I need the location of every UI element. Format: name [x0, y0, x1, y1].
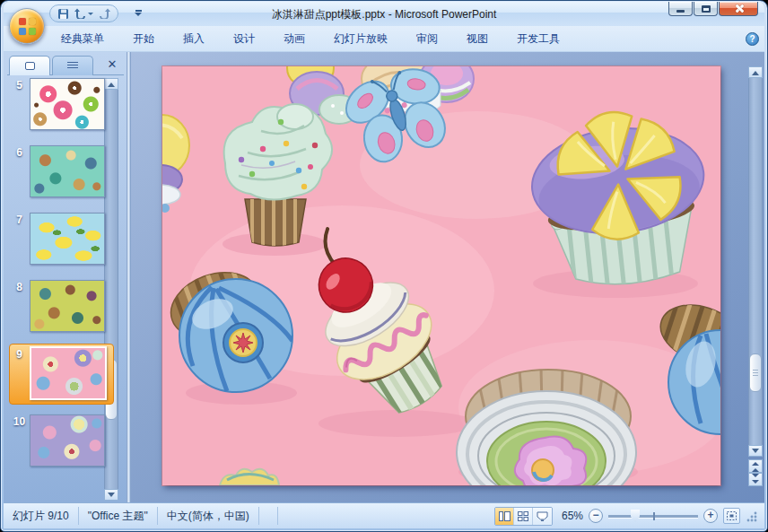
fit-to-window-icon	[726, 510, 737, 521]
minimize-icon	[676, 10, 685, 13]
zoom-in-button[interactable]: +	[703, 509, 718, 523]
slide-thumbnail-9-selected[interactable]: 9	[9, 347, 109, 401]
theme-indicator[interactable]: "Office 主题"	[79, 507, 158, 525]
slideshow-icon	[537, 511, 548, 521]
tab-slide-show[interactable]: 幻灯片放映	[332, 30, 389, 48]
slide-thumbnail-6[interactable]: 6	[9, 145, 109, 199]
save-button[interactable]	[57, 6, 69, 21]
normal-view-button[interactable]	[495, 508, 514, 525]
next-slide-button[interactable]	[748, 473, 763, 486]
slide-canvas[interactable]	[162, 66, 720, 485]
zoom-slider-thumb[interactable]	[631, 510, 640, 522]
slide-5-preview	[30, 78, 105, 130]
slide-8-preview	[30, 280, 105, 332]
office-logo-icon	[19, 18, 36, 35]
slide-number-indicator[interactable]: 幻灯片 9/10	[4, 507, 79, 525]
zoom-out-button[interactable]: −	[589, 509, 603, 523]
thumbnail-list: 5 6 7 8 9	[9, 78, 109, 468]
chevron-down-icon	[135, 13, 142, 20]
slide-thumbnail-7[interactable]: 7	[9, 213, 109, 266]
slide-sorter-icon	[518, 511, 528, 521]
tab-slides-thumbnails[interactable]	[9, 56, 50, 75]
panel-tabs: ✕	[7, 53, 124, 75]
tab-home[interactable]: 开始	[131, 30, 156, 48]
redo-button[interactable]	[99, 6, 110, 21]
resize-grip-icon	[746, 510, 758, 523]
fit-to-window-button[interactable]	[723, 508, 740, 524]
slide-thumbnail-10[interactable]: 10	[9, 414, 109, 468]
arrow-down-icon	[108, 493, 115, 501]
slide-sorter-button[interactable]	[514, 508, 533, 525]
slide-thumbnail-8[interactable]: 8	[9, 280, 109, 334]
tab-classic-menu[interactable]: 经典菜单	[59, 30, 106, 48]
tab-design[interactable]: 设计	[231, 30, 257, 48]
view-shortcut-buttons	[494, 507, 553, 526]
slides-outline-panel: ✕ 5 6 7 8 9	[4, 52, 127, 502]
arrow-up-icon	[108, 79, 115, 87]
tab-insert[interactable]: 插入	[181, 30, 206, 48]
help-button[interactable]: ?	[746, 32, 759, 46]
redo-icon	[99, 8, 110, 19]
slide-thumbnail-5[interactable]: 5	[9, 78, 109, 132]
slide-number: 5	[9, 78, 30, 132]
powerpoint-window: 冰淇淋甜点ppt模板.pptx - Microsoft PowerPoint	[0, 0, 768, 532]
overline-mark	[135, 10, 142, 12]
arrow-down-icon	[752, 449, 759, 457]
main-scrollbar[interactable]	[748, 66, 763, 486]
arrow-up-icon	[752, 67, 759, 75]
tab-review[interactable]: 审阅	[415, 30, 440, 48]
scrollbar-thumb[interactable]	[749, 353, 762, 392]
ribbon-tab-bar: 经典菜单 开始 插入 设计 动画 幻灯片放映 审阅 视图 开发工具 ?	[4, 26, 764, 52]
slide-number: 10	[9, 414, 30, 468]
restore-button[interactable]	[694, 2, 718, 16]
scroll-up-button[interactable]	[104, 78, 118, 90]
status-right-cluster: 65% − +	[494, 507, 764, 526]
slide-9-preview	[30, 346, 107, 400]
language-indicator[interactable]: 中文(简体，中国)	[158, 507, 259, 525]
window-controls	[668, 2, 758, 16]
scroll-down-button[interactable]	[104, 489, 118, 501]
thumbnails-scrollbar[interactable]	[104, 78, 118, 501]
undo-icon	[74, 8, 86, 19]
scrollbar-track[interactable]	[104, 90, 118, 489]
floppy-disk-icon	[57, 8, 69, 20]
slide-6-preview	[30, 145, 105, 197]
slide-illustration	[162, 66, 720, 485]
star-icon	[233, 333, 253, 353]
scrollbar-track[interactable]	[748, 78, 763, 445]
close-button[interactable]	[719, 2, 758, 16]
zoom-100-tick	[653, 512, 655, 520]
scroll-up-button[interactable]	[748, 66, 763, 78]
status-bar: 幻灯片 9/10 "Office 主题" 中文(简体，中国)	[4, 502, 764, 528]
scroll-down-button[interactable]	[748, 445, 763, 457]
slide-editing-area	[131, 52, 764, 502]
customize-quick-access-button[interactable]	[132, 8, 144, 21]
minimize-button[interactable]	[668, 2, 693, 16]
outline-icon	[67, 62, 78, 70]
slide-10-preview	[30, 414, 105, 467]
status-spacer	[259, 507, 278, 525]
close-panel-button[interactable]: ✕	[104, 57, 120, 73]
slide-7-preview	[30, 213, 105, 265]
tab-view[interactable]: 视图	[465, 30, 490, 48]
zoom-level[interactable]: 65%	[558, 510, 583, 522]
restore-icon	[702, 5, 711, 13]
tab-animations[interactable]: 动画	[282, 30, 307, 48]
quick-access-toolbar	[49, 4, 118, 22]
slide-icon	[25, 62, 35, 70]
slideshow-button[interactable]	[533, 508, 552, 525]
zoom-slider[interactable]	[608, 509, 698, 523]
double-down-icon	[752, 480, 759, 487]
tab-developer[interactable]: 开发工具	[515, 30, 562, 48]
undo-button[interactable]	[74, 6, 93, 21]
slide-number: 7	[9, 213, 30, 266]
slide-number: 8	[9, 280, 30, 334]
close-icon	[734, 4, 744, 13]
slide-number: 6	[9, 145, 30, 199]
tab-outline[interactable]	[52, 56, 93, 75]
workspace: ✕ 5 6 7 8 9	[4, 52, 764, 502]
resize-grip[interactable]	[746, 510, 759, 523]
office-button[interactable]	[9, 8, 45, 44]
normal-view-icon	[499, 511, 511, 521]
previous-slide-button[interactable]	[748, 459, 763, 473]
